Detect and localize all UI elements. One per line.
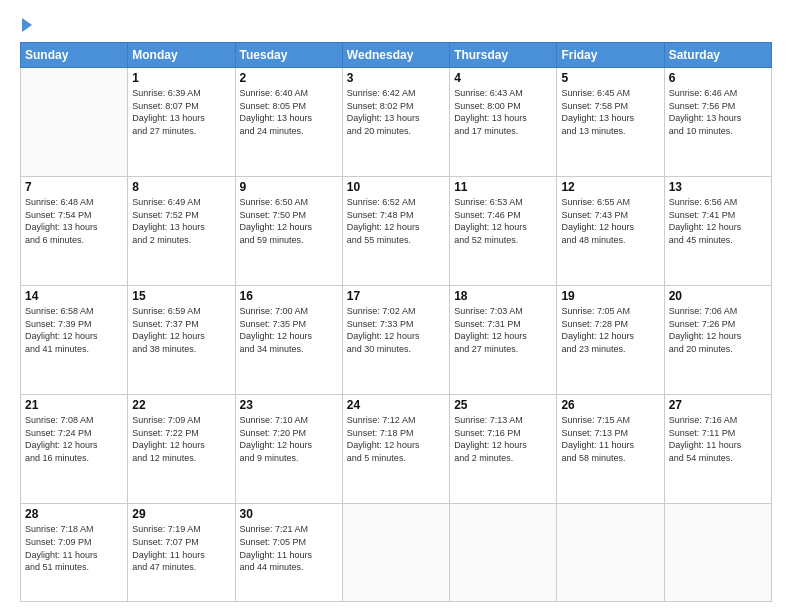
calendar-cell: 2Sunrise: 6:40 AM Sunset: 8:05 PM Daylig… [235,68,342,177]
calendar-cell: 12Sunrise: 6:55 AM Sunset: 7:43 PM Dayli… [557,177,664,286]
calendar-cell: 5Sunrise: 6:45 AM Sunset: 7:58 PM Daylig… [557,68,664,177]
calendar-cell: 18Sunrise: 7:03 AM Sunset: 7:31 PM Dayli… [450,286,557,395]
weekday-header-row: SundayMondayTuesdayWednesdayThursdayFrid… [21,43,772,68]
day-number: 1 [132,71,230,85]
logo [20,18,32,32]
day-number: 24 [347,398,445,412]
week-row-1: 1Sunrise: 6:39 AM Sunset: 8:07 PM Daylig… [21,68,772,177]
calendar-cell: 27Sunrise: 7:16 AM Sunset: 7:11 PM Dayli… [664,395,771,504]
day-info: Sunrise: 6:42 AM Sunset: 8:02 PM Dayligh… [347,87,445,137]
week-row-5: 28Sunrise: 7:18 AM Sunset: 7:09 PM Dayli… [21,504,772,602]
day-number: 11 [454,180,552,194]
calendar-cell: 25Sunrise: 7:13 AM Sunset: 7:16 PM Dayli… [450,395,557,504]
calendar-cell: 17Sunrise: 7:02 AM Sunset: 7:33 PM Dayli… [342,286,449,395]
day-number: 22 [132,398,230,412]
calendar-cell [450,504,557,602]
weekday-header-thursday: Thursday [450,43,557,68]
day-info: Sunrise: 7:10 AM Sunset: 7:20 PM Dayligh… [240,414,338,464]
calendar-cell: 13Sunrise: 6:56 AM Sunset: 7:41 PM Dayli… [664,177,771,286]
day-info: Sunrise: 6:59 AM Sunset: 7:37 PM Dayligh… [132,305,230,355]
day-info: Sunrise: 7:00 AM Sunset: 7:35 PM Dayligh… [240,305,338,355]
day-number: 17 [347,289,445,303]
day-info: Sunrise: 6:45 AM Sunset: 7:58 PM Dayligh… [561,87,659,137]
day-info: Sunrise: 7:05 AM Sunset: 7:28 PM Dayligh… [561,305,659,355]
calendar-cell: 4Sunrise: 6:43 AM Sunset: 8:00 PM Daylig… [450,68,557,177]
calendar-cell: 20Sunrise: 7:06 AM Sunset: 7:26 PM Dayli… [664,286,771,395]
day-info: Sunrise: 6:55 AM Sunset: 7:43 PM Dayligh… [561,196,659,246]
day-number: 18 [454,289,552,303]
day-number: 15 [132,289,230,303]
calendar-cell: 15Sunrise: 6:59 AM Sunset: 7:37 PM Dayli… [128,286,235,395]
weekday-header-saturday: Saturday [664,43,771,68]
calendar-cell [664,504,771,602]
calendar-cell: 1Sunrise: 6:39 AM Sunset: 8:07 PM Daylig… [128,68,235,177]
day-info: Sunrise: 7:02 AM Sunset: 7:33 PM Dayligh… [347,305,445,355]
calendar-cell: 26Sunrise: 7:15 AM Sunset: 7:13 PM Dayli… [557,395,664,504]
page: SundayMondayTuesdayWednesdayThursdayFrid… [0,0,792,612]
day-number: 12 [561,180,659,194]
weekday-header-tuesday: Tuesday [235,43,342,68]
day-number: 16 [240,289,338,303]
weekday-header-monday: Monday [128,43,235,68]
calendar-cell [342,504,449,602]
calendar-cell: 23Sunrise: 7:10 AM Sunset: 7:20 PM Dayli… [235,395,342,504]
day-info: Sunrise: 6:39 AM Sunset: 8:07 PM Dayligh… [132,87,230,137]
calendar-cell: 19Sunrise: 7:05 AM Sunset: 7:28 PM Dayli… [557,286,664,395]
day-number: 13 [669,180,767,194]
header [20,18,772,32]
calendar-cell: 29Sunrise: 7:19 AM Sunset: 7:07 PM Dayli… [128,504,235,602]
day-info: Sunrise: 7:15 AM Sunset: 7:13 PM Dayligh… [561,414,659,464]
day-info: Sunrise: 6:43 AM Sunset: 8:00 PM Dayligh… [454,87,552,137]
day-info: Sunrise: 7:13 AM Sunset: 7:16 PM Dayligh… [454,414,552,464]
day-number: 28 [25,507,123,521]
day-number: 21 [25,398,123,412]
day-number: 3 [347,71,445,85]
day-info: Sunrise: 6:53 AM Sunset: 7:46 PM Dayligh… [454,196,552,246]
day-number: 25 [454,398,552,412]
weekday-header-sunday: Sunday [21,43,128,68]
day-info: Sunrise: 7:08 AM Sunset: 7:24 PM Dayligh… [25,414,123,464]
weekday-header-wednesday: Wednesday [342,43,449,68]
calendar-table: SundayMondayTuesdayWednesdayThursdayFrid… [20,42,772,602]
calendar-cell: 9Sunrise: 6:50 AM Sunset: 7:50 PM Daylig… [235,177,342,286]
calendar-cell: 22Sunrise: 7:09 AM Sunset: 7:22 PM Dayli… [128,395,235,504]
day-info: Sunrise: 7:16 AM Sunset: 7:11 PM Dayligh… [669,414,767,464]
day-info: Sunrise: 7:18 AM Sunset: 7:09 PM Dayligh… [25,523,123,573]
calendar-cell: 28Sunrise: 7:18 AM Sunset: 7:09 PM Dayli… [21,504,128,602]
day-info: Sunrise: 6:58 AM Sunset: 7:39 PM Dayligh… [25,305,123,355]
day-number: 10 [347,180,445,194]
day-number: 5 [561,71,659,85]
day-number: 26 [561,398,659,412]
calendar-cell: 30Sunrise: 7:21 AM Sunset: 7:05 PM Dayli… [235,504,342,602]
weekday-header-friday: Friday [557,43,664,68]
day-number: 6 [669,71,767,85]
calendar-cell: 16Sunrise: 7:00 AM Sunset: 7:35 PM Dayli… [235,286,342,395]
calendar-cell: 11Sunrise: 6:53 AM Sunset: 7:46 PM Dayli… [450,177,557,286]
day-info: Sunrise: 7:19 AM Sunset: 7:07 PM Dayligh… [132,523,230,573]
day-info: Sunrise: 7:12 AM Sunset: 7:18 PM Dayligh… [347,414,445,464]
calendar-cell: 7Sunrise: 6:48 AM Sunset: 7:54 PM Daylig… [21,177,128,286]
day-number: 9 [240,180,338,194]
day-number: 4 [454,71,552,85]
day-number: 7 [25,180,123,194]
day-number: 2 [240,71,338,85]
day-info: Sunrise: 6:40 AM Sunset: 8:05 PM Dayligh… [240,87,338,137]
day-info: Sunrise: 6:46 AM Sunset: 7:56 PM Dayligh… [669,87,767,137]
day-info: Sunrise: 7:03 AM Sunset: 7:31 PM Dayligh… [454,305,552,355]
day-number: 30 [240,507,338,521]
calendar-cell: 10Sunrise: 6:52 AM Sunset: 7:48 PM Dayli… [342,177,449,286]
day-number: 19 [561,289,659,303]
day-info: Sunrise: 6:56 AM Sunset: 7:41 PM Dayligh… [669,196,767,246]
day-number: 29 [132,507,230,521]
calendar-cell: 3Sunrise: 6:42 AM Sunset: 8:02 PM Daylig… [342,68,449,177]
day-info: Sunrise: 6:49 AM Sunset: 7:52 PM Dayligh… [132,196,230,246]
day-info: Sunrise: 7:21 AM Sunset: 7:05 PM Dayligh… [240,523,338,573]
day-info: Sunrise: 6:52 AM Sunset: 7:48 PM Dayligh… [347,196,445,246]
calendar-cell: 21Sunrise: 7:08 AM Sunset: 7:24 PM Dayli… [21,395,128,504]
calendar-cell [557,504,664,602]
calendar-cell: 14Sunrise: 6:58 AM Sunset: 7:39 PM Dayli… [21,286,128,395]
calendar-cell: 24Sunrise: 7:12 AM Sunset: 7:18 PM Dayli… [342,395,449,504]
week-row-2: 7Sunrise: 6:48 AM Sunset: 7:54 PM Daylig… [21,177,772,286]
day-number: 27 [669,398,767,412]
day-number: 23 [240,398,338,412]
